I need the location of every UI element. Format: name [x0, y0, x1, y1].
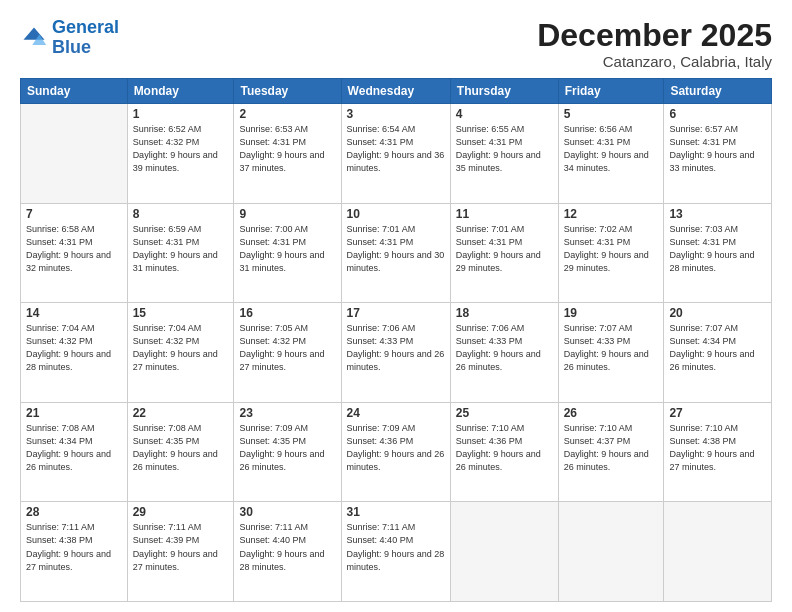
day-number: 20: [669, 306, 766, 320]
header-sunday: Sunday: [21, 79, 128, 104]
day-info: Sunrise: 7:06 AMSunset: 4:33 PMDaylight:…: [347, 322, 445, 374]
day-number: 9: [239, 207, 335, 221]
day-info: Sunrise: 7:07 AMSunset: 4:33 PMDaylight:…: [564, 322, 659, 374]
day-number: 8: [133, 207, 229, 221]
day-cell: 14Sunrise: 7:04 AMSunset: 4:32 PMDayligh…: [21, 303, 128, 403]
day-info: Sunrise: 7:04 AMSunset: 4:32 PMDaylight:…: [26, 322, 122, 374]
day-number: 16: [239, 306, 335, 320]
day-cell: 22Sunrise: 7:08 AMSunset: 4:35 PMDayligh…: [127, 402, 234, 502]
week-row-2: 14Sunrise: 7:04 AMSunset: 4:32 PMDayligh…: [21, 303, 772, 403]
day-cell: 15Sunrise: 7:04 AMSunset: 4:32 PMDayligh…: [127, 303, 234, 403]
day-cell: 11Sunrise: 7:01 AMSunset: 4:31 PMDayligh…: [450, 203, 558, 303]
day-info: Sunrise: 6:52 AMSunset: 4:32 PMDaylight:…: [133, 123, 229, 175]
day-info: Sunrise: 6:55 AMSunset: 4:31 PMDaylight:…: [456, 123, 553, 175]
page: General Blue December 2025 Catanzaro, Ca…: [0, 0, 792, 612]
day-cell: 29Sunrise: 7:11 AMSunset: 4:39 PMDayligh…: [127, 502, 234, 602]
day-number: 15: [133, 306, 229, 320]
day-number: 24: [347, 406, 445, 420]
day-number: 14: [26, 306, 122, 320]
day-info: Sunrise: 7:08 AMSunset: 4:34 PMDaylight:…: [26, 422, 122, 474]
day-number: 6: [669, 107, 766, 121]
day-cell: 30Sunrise: 7:11 AMSunset: 4:40 PMDayligh…: [234, 502, 341, 602]
day-cell: 8Sunrise: 6:59 AMSunset: 4:31 PMDaylight…: [127, 203, 234, 303]
day-cell: 10Sunrise: 7:01 AMSunset: 4:31 PMDayligh…: [341, 203, 450, 303]
day-cell: 5Sunrise: 6:56 AMSunset: 4:31 PMDaylight…: [558, 104, 664, 204]
day-number: 23: [239, 406, 335, 420]
day-cell: 25Sunrise: 7:10 AMSunset: 4:36 PMDayligh…: [450, 402, 558, 502]
day-number: 5: [564, 107, 659, 121]
location: Catanzaro, Calabria, Italy: [537, 53, 772, 70]
day-cell: 6Sunrise: 6:57 AMSunset: 4:31 PMDaylight…: [664, 104, 772, 204]
day-number: 21: [26, 406, 122, 420]
day-cell: 12Sunrise: 7:02 AMSunset: 4:31 PMDayligh…: [558, 203, 664, 303]
day-info: Sunrise: 7:09 AMSunset: 4:36 PMDaylight:…: [347, 422, 445, 474]
day-number: 27: [669, 406, 766, 420]
day-info: Sunrise: 7:02 AMSunset: 4:31 PMDaylight:…: [564, 223, 659, 275]
logo-text: General Blue: [52, 18, 119, 58]
week-row-1: 7Sunrise: 6:58 AMSunset: 4:31 PMDaylight…: [21, 203, 772, 303]
day-cell: 21Sunrise: 7:08 AMSunset: 4:34 PMDayligh…: [21, 402, 128, 502]
day-cell: 9Sunrise: 7:00 AMSunset: 4:31 PMDaylight…: [234, 203, 341, 303]
day-cell: 3Sunrise: 6:54 AMSunset: 4:31 PMDaylight…: [341, 104, 450, 204]
day-number: 17: [347, 306, 445, 320]
day-info: Sunrise: 7:01 AMSunset: 4:31 PMDaylight:…: [347, 223, 445, 275]
day-info: Sunrise: 7:05 AMSunset: 4:32 PMDaylight:…: [239, 322, 335, 374]
day-info: Sunrise: 7:06 AMSunset: 4:33 PMDaylight:…: [456, 322, 553, 374]
day-cell: 28Sunrise: 7:11 AMSunset: 4:38 PMDayligh…: [21, 502, 128, 602]
day-number: 31: [347, 505, 445, 519]
day-info: Sunrise: 7:11 AMSunset: 4:40 PMDaylight:…: [347, 521, 445, 573]
calendar-table: Sunday Monday Tuesday Wednesday Thursday…: [20, 78, 772, 602]
day-info: Sunrise: 7:10 AMSunset: 4:38 PMDaylight:…: [669, 422, 766, 474]
day-number: 30: [239, 505, 335, 519]
week-row-3: 21Sunrise: 7:08 AMSunset: 4:34 PMDayligh…: [21, 402, 772, 502]
day-number: 1: [133, 107, 229, 121]
header-saturday: Saturday: [664, 79, 772, 104]
day-cell: 19Sunrise: 7:07 AMSunset: 4:33 PMDayligh…: [558, 303, 664, 403]
day-cell: 27Sunrise: 7:10 AMSunset: 4:38 PMDayligh…: [664, 402, 772, 502]
day-cell: 16Sunrise: 7:05 AMSunset: 4:32 PMDayligh…: [234, 303, 341, 403]
day-number: 10: [347, 207, 445, 221]
day-info: Sunrise: 7:11 AMSunset: 4:39 PMDaylight:…: [133, 521, 229, 573]
day-number: 29: [133, 505, 229, 519]
day-info: Sunrise: 6:59 AMSunset: 4:31 PMDaylight:…: [133, 223, 229, 275]
day-cell: 31Sunrise: 7:11 AMSunset: 4:40 PMDayligh…: [341, 502, 450, 602]
day-cell: 7Sunrise: 6:58 AMSunset: 4:31 PMDaylight…: [21, 203, 128, 303]
day-cell: 26Sunrise: 7:10 AMSunset: 4:37 PMDayligh…: [558, 402, 664, 502]
day-number: 22: [133, 406, 229, 420]
day-info: Sunrise: 7:07 AMSunset: 4:34 PMDaylight:…: [669, 322, 766, 374]
day-info: Sunrise: 7:10 AMSunset: 4:37 PMDaylight:…: [564, 422, 659, 474]
logo-general: General: [52, 17, 119, 37]
header-thursday: Thursday: [450, 79, 558, 104]
day-number: 2: [239, 107, 335, 121]
day-cell: 17Sunrise: 7:06 AMSunset: 4:33 PMDayligh…: [341, 303, 450, 403]
day-cell: 23Sunrise: 7:09 AMSunset: 4:35 PMDayligh…: [234, 402, 341, 502]
month-title: December 2025: [537, 18, 772, 53]
top-section: General Blue December 2025 Catanzaro, Ca…: [20, 18, 772, 70]
day-info: Sunrise: 7:01 AMSunset: 4:31 PMDaylight:…: [456, 223, 553, 275]
day-info: Sunrise: 6:56 AMSunset: 4:31 PMDaylight:…: [564, 123, 659, 175]
logo-blue: Blue: [52, 38, 119, 58]
day-info: Sunrise: 7:03 AMSunset: 4:31 PMDaylight:…: [669, 223, 766, 275]
day-info: Sunrise: 7:09 AMSunset: 4:35 PMDaylight:…: [239, 422, 335, 474]
day-cell: [558, 502, 664, 602]
weekday-header-row: Sunday Monday Tuesday Wednesday Thursday…: [21, 79, 772, 104]
header-wednesday: Wednesday: [341, 79, 450, 104]
day-info: Sunrise: 7:11 AMSunset: 4:40 PMDaylight:…: [239, 521, 335, 573]
day-cell: 18Sunrise: 7:06 AMSunset: 4:33 PMDayligh…: [450, 303, 558, 403]
week-row-4: 28Sunrise: 7:11 AMSunset: 4:38 PMDayligh…: [21, 502, 772, 602]
day-number: 12: [564, 207, 659, 221]
day-cell: 4Sunrise: 6:55 AMSunset: 4:31 PMDaylight…: [450, 104, 558, 204]
day-info: Sunrise: 7:08 AMSunset: 4:35 PMDaylight:…: [133, 422, 229, 474]
day-number: 11: [456, 207, 553, 221]
day-info: Sunrise: 7:11 AMSunset: 4:38 PMDaylight:…: [26, 521, 122, 573]
day-info: Sunrise: 7:04 AMSunset: 4:32 PMDaylight:…: [133, 322, 229, 374]
day-info: Sunrise: 6:53 AMSunset: 4:31 PMDaylight:…: [239, 123, 335, 175]
day-number: 28: [26, 505, 122, 519]
day-cell: 20Sunrise: 7:07 AMSunset: 4:34 PMDayligh…: [664, 303, 772, 403]
day-number: 3: [347, 107, 445, 121]
header-tuesday: Tuesday: [234, 79, 341, 104]
logo: General Blue: [20, 18, 119, 58]
day-number: 13: [669, 207, 766, 221]
day-info: Sunrise: 7:10 AMSunset: 4:36 PMDaylight:…: [456, 422, 553, 474]
week-row-0: 1Sunrise: 6:52 AMSunset: 4:32 PMDaylight…: [21, 104, 772, 204]
